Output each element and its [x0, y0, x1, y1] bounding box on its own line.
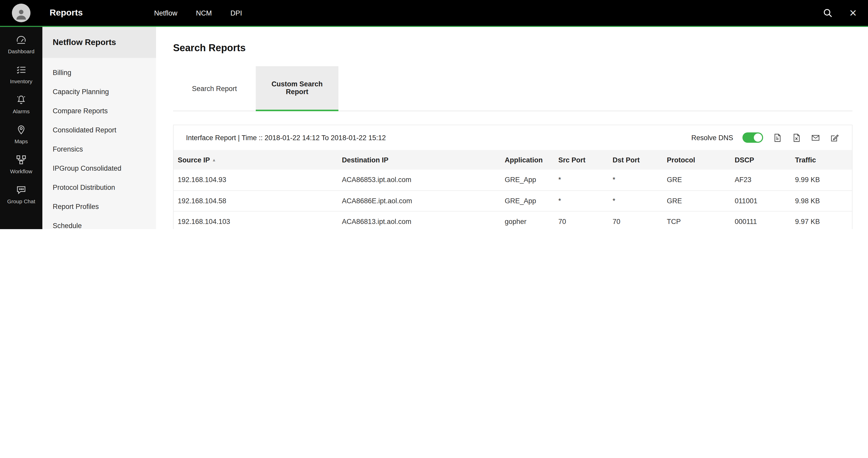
topbar: Reports Netflow NCM DPI ×	[0, 0, 868, 27]
column-header-dst-port[interactable]: Dst Port	[609, 150, 663, 170]
report-info-text: Interface Report | Time :: 2018-01-22 14…	[186, 134, 386, 141]
nav-item-dpi[interactable]: DPI	[230, 9, 242, 17]
maps-pin-icon	[16, 124, 27, 136]
cell-source-ip: 192.168.104.58	[174, 190, 338, 211]
cell-application: gopher	[501, 211, 554, 229]
rail-item-group-chat[interactable]: Group Chat	[0, 179, 42, 209]
email-report-icon[interactable]	[811, 133, 820, 143]
rail-item-dashboard[interactable]: Dashboard	[0, 29, 42, 59]
rail-item-label: Alarms	[13, 108, 29, 114]
page-title: Reports	[50, 8, 83, 18]
avatar[interactable]	[12, 4, 30, 22]
sort-asc-icon: ▲	[212, 158, 216, 162]
section-title: Search Reports	[173, 42, 852, 54]
rail-item-alarms[interactable]: Alarms	[0, 89, 42, 119]
sidebar-item-consolidated-report[interactable]: Consolidated Report	[42, 120, 156, 140]
table-row[interactable]: 192.168.104.103ACA86813.ipt.aol.comgophe…	[174, 211, 852, 229]
person-icon	[14, 7, 28, 21]
cell-source-ip: 192.168.104.93	[174, 170, 338, 190]
cell-traffic: 9.99 KB	[791, 170, 852, 190]
rail-item-label: Workflow	[10, 168, 32, 174]
cell-source-ip: 192.168.104.103	[174, 211, 338, 229]
rail-item-label: Group Chat	[7, 198, 35, 204]
sidebar-item-report-profiles[interactable]: Report Profiles	[42, 197, 156, 216]
group-chat-icon	[16, 184, 27, 196]
column-header-application[interactable]: Application	[501, 150, 554, 170]
cell-dst-port: 70	[609, 211, 663, 229]
column-header-traffic[interactable]: Traffic	[791, 150, 852, 170]
resolve-dns-toggle[interactable]	[742, 133, 763, 143]
nav-item-ncm[interactable]: NCM	[196, 9, 212, 17]
cell-src-port: *	[554, 190, 609, 211]
cell-dst-port: *	[609, 170, 663, 190]
table-row[interactable]: 192.168.104.58ACA8686E.ipt.aol.comGRE_Ap…	[174, 190, 852, 211]
search-icon[interactable]	[823, 8, 833, 18]
cell-dscp: 000111	[731, 211, 791, 229]
cell-protocol: GRE	[663, 170, 731, 190]
cell-application: GRE_App	[501, 190, 554, 211]
column-header-src-port[interactable]: Src Port	[554, 150, 609, 170]
sidebar-item-compare-reports[interactable]: Compare Reports	[42, 102, 156, 120]
edit-report-icon[interactable]	[830, 133, 840, 143]
cell-dscp: AF23	[731, 170, 791, 190]
dashboard-gauge-icon	[16, 34, 27, 46]
rail-item-inventory[interactable]: Inventory	[0, 59, 42, 89]
rail-item-label: Maps	[14, 138, 28, 144]
main-content: Search Reports Search Report Custom Sear…	[156, 27, 868, 229]
alarm-bell-icon	[16, 94, 27, 106]
rail-item-label: Inventory	[10, 78, 32, 84]
report-info-bar: Interface Report | Time :: 2018-01-22 14…	[174, 125, 852, 150]
resolve-dns-label: Resolve DNS	[691, 134, 733, 141]
column-header-source-ip[interactable]: Source IP▲	[174, 150, 338, 170]
app-window: Reports Netflow NCM DPI × Dashboard Inve…	[0, 0, 868, 229]
cell-traffic: 9.97 KB	[791, 211, 852, 229]
sidebar: Netflow Reports Billing Capacity Plannin…	[42, 27, 156, 229]
sidebar-list: Billing Capacity Planning Compare Report…	[42, 58, 156, 229]
report-panel: Interface Report | Time :: 2018-01-22 14…	[173, 125, 852, 229]
nav-rail: Dashboard Inventory Alarms Maps Workflow…	[0, 27, 42, 229]
cell-traffic: 9.98 KB	[791, 190, 852, 211]
rail-item-workflow[interactable]: Workflow	[0, 149, 42, 179]
sidebar-item-billing[interactable]: Billing	[42, 63, 156, 82]
cell-protocol: TCP	[663, 211, 731, 229]
excel-export-icon[interactable]	[792, 133, 801, 143]
sidebar-item-protocol-distribution[interactable]: Protocol Distribution	[42, 178, 156, 197]
cell-destination-ip: ACA86853.ipt.aol.com	[338, 170, 501, 190]
tab-bar: Search Report Custom Search Report	[173, 66, 852, 111]
topbar-nav: Netflow NCM DPI	[154, 9, 242, 17]
topbar-actions: ×	[823, 7, 868, 19]
cell-dst-port: *	[609, 190, 663, 211]
sidebar-item-forensics[interactable]: Forensics	[42, 140, 156, 159]
column-header-protocol[interactable]: Protocol	[663, 150, 731, 170]
user-avatar[interactable]	[0, 4, 42, 22]
cell-dscp: 011001	[731, 190, 791, 211]
pdf-export-icon[interactable]	[772, 133, 782, 143]
workflow-icon	[16, 154, 27, 166]
close-icon[interactable]: ×	[849, 7, 857, 19]
rail-item-maps[interactable]: Maps	[0, 119, 42, 149]
sidebar-item-schedule[interactable]: Schedule	[42, 216, 156, 229]
nav-item-netflow[interactable]: Netflow	[154, 9, 177, 17]
cell-protocol: GRE	[663, 190, 731, 211]
cell-application: GRE_App	[501, 170, 554, 190]
sidebar-title: Netflow Reports	[42, 27, 156, 58]
column-header-destination-ip[interactable]: Destination IP	[338, 150, 501, 170]
rail-spacer	[0, 209, 42, 229]
toggle-knob	[754, 134, 762, 142]
rail-item-label: Dashboard	[8, 48, 35, 54]
main-layout: Dashboard Inventory Alarms Maps Workflow…	[0, 27, 868, 229]
tab-search-report[interactable]: Search Report	[173, 66, 256, 111]
inventory-list-icon	[16, 64, 27, 76]
report-table: Source IP▲ Destination IP Application Sr…	[174, 150, 852, 229]
cell-src-port: 70	[554, 211, 609, 229]
tab-custom-search-report[interactable]: Custom Search Report	[256, 66, 338, 111]
cell-src-port: *	[554, 170, 609, 190]
table-row[interactable]: 192.168.104.93ACA86853.ipt.aol.comGRE_Ap…	[174, 170, 852, 190]
report-actions: Resolve DNS	[691, 133, 840, 143]
table-header-row: Source IP▲ Destination IP Application Sr…	[174, 150, 852, 170]
column-header-dscp[interactable]: DSCP	[731, 150, 791, 170]
sidebar-item-capacity-planning[interactable]: Capacity Planning	[42, 82, 156, 102]
cell-destination-ip: ACA8686E.ipt.aol.com	[338, 190, 501, 211]
cell-destination-ip: ACA86813.ipt.aol.com	[338, 211, 501, 229]
sidebar-item-ipgroup-consolidated[interactable]: IPGroup Consolidated	[42, 159, 156, 178]
